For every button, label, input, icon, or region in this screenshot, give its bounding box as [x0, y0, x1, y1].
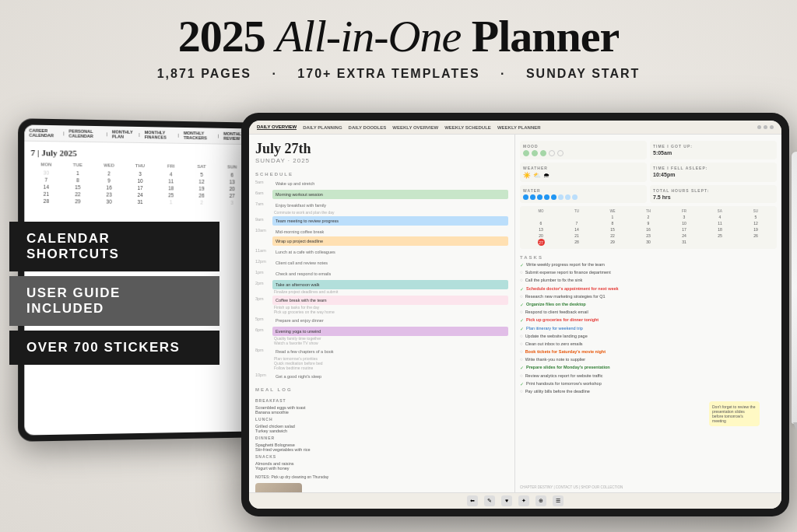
nav-dot-3	[770, 125, 774, 129]
cell: 28	[30, 198, 61, 204]
water-tracker: WATER	[520, 185, 647, 203]
mini-cell: 24	[666, 233, 702, 239]
snacks-content: Almonds and raisinsYogurt with honey	[255, 460, 508, 471]
cell: 1	[156, 199, 186, 205]
sched-time: 6pm	[255, 327, 269, 332]
nav-daily-doodles[interactable]: DAILY DOODLES	[349, 125, 387, 130]
sched-bar: Lunch at a cafe with colleagues	[272, 247, 508, 257]
water-drop-1	[523, 194, 528, 200]
cell: 12	[187, 179, 216, 184]
water-drop-4	[544, 194, 549, 200]
water-drop-5	[551, 194, 556, 200]
right-right-column: MOOD TIME I GOT UP: 5:05am	[515, 135, 781, 492]
mini-cell: 5	[738, 214, 774, 220]
bottom-nav-icon-4[interactable]: ✦	[518, 495, 529, 506]
sched-time: 10pm	[255, 372, 269, 377]
sched-item-12pm: 12pm Client call and review notes	[255, 258, 508, 268]
nav-weekly-schedule[interactable]: WEEKLY SCHEDULE	[444, 125, 491, 130]
cell: 30	[93, 198, 124, 204]
bottom-nav-icon-5[interactable]: ⊕	[535, 495, 546, 506]
task-text-11: Clean out inbox to zero emails	[525, 341, 777, 348]
nav-weekly-planner[interactable]: WEEKLY PLANNER	[497, 125, 541, 130]
cell: 14	[30, 184, 61, 190]
breakfast-label-text: BREAKFAST	[255, 398, 286, 403]
task-check-8: ✓	[520, 317, 524, 323]
task-check-11: ○	[520, 341, 523, 346]
day-label-fri: FRI	[156, 163, 186, 168]
sched-bar: Evening yoga to unwind	[272, 327, 508, 336]
sched-item-5pm: 5pm Prepare and enjoy dinner	[255, 316, 508, 325]
mini-cell: 29	[595, 239, 630, 246]
bottom-nav-icon-6[interactable]: ☰	[553, 495, 564, 506]
cell: 29	[62, 198, 93, 204]
cloud-icon: ⛅	[533, 172, 541, 179]
right-left-column: July 27th SUNDAY · 2025 SCHEDULE 5am Wak…	[249, 135, 515, 492]
weather-label: WEATHER	[523, 166, 644, 170]
mini-cell: 25	[702, 233, 738, 239]
cell: 24	[125, 192, 156, 198]
nav-daily-planning[interactable]: DAILY PLANNING	[303, 125, 342, 130]
badge-stickers: OVER 700 STICKERS	[9, 331, 219, 365]
right-col-footer: CHAPTER DESTINY | CONTACT US | SHOP OUR …	[520, 482, 777, 492]
task-item-14: ✓ Prepare slides for Monday's presentati…	[520, 365, 777, 371]
mini-cell	[702, 239, 738, 246]
sched-item-3pm: 3pm Coffee break with the team Finish up…	[255, 296, 508, 314]
cell: 9	[93, 177, 124, 183]
bottom-nav-icon-2[interactable]: ✎	[484, 495, 495, 506]
year: 2025	[178, 11, 265, 61]
nav-dot-2	[764, 125, 767, 129]
nav-daily-overview[interactable]: DAILY OVERVIEW	[257, 124, 297, 130]
water-circles	[523, 194, 644, 200]
mood-circle-4	[549, 150, 555, 156]
sched-item-5am: 5am Wake up and stretch	[255, 179, 508, 188]
nav-finances: MONTHLY FINANCES	[145, 130, 174, 140]
start-label: SUNDAY START	[526, 67, 640, 80]
sched-time: 2pm	[255, 280, 269, 285]
sched-bar: Team meeting to review progress	[272, 216, 508, 226]
bottom-nav-icon-3[interactable]: ♥	[501, 495, 512, 506]
task-text-13: Write thank-you note to supplier	[525, 357, 777, 363]
total-sleep-label: TOTAL HOURS SLEPT:	[653, 188, 774, 193]
cell: 15	[62, 184, 93, 190]
nav-trackers: MONTHLY TRACKERS	[184, 131, 213, 141]
right-content-grid: July 27th SUNDAY · 2025 SCHEDULE 5am Wak…	[249, 135, 781, 492]
mini-cell: 12	[738, 220, 774, 226]
mini-cal-dh-tu: TU	[559, 209, 595, 213]
sched-content: Client call and review notes	[272, 258, 508, 268]
task-item-13: ○ Write thank-you note to supplier	[520, 357, 777, 363]
nav-weekly-overview[interactable]: WEEKLY OVERVIEW	[392, 125, 438, 130]
cell: 2	[93, 170, 124, 176]
sched-time: 3pm	[255, 296, 269, 301]
mini-cell: 13	[523, 226, 559, 233]
task-text-10: Update the website landing page	[525, 334, 777, 340]
mini-cell: 6	[523, 220, 559, 226]
sched-sub: Pick up groceries on the way home	[272, 310, 508, 314]
water-drop-3	[537, 194, 542, 200]
cell: 18	[156, 185, 186, 191]
mini-cell: 19	[738, 226, 774, 233]
sched-item-10pm: 10pm Get a good night's sleep	[255, 372, 508, 381]
task-text-1: Write weekly progress report for the tea…	[526, 262, 777, 268]
mini-cal-dh-sa: SA	[702, 209, 738, 213]
nav-monthly: MONTHLY PLAN	[112, 129, 134, 138]
meal-log-label: MEAL LOG	[255, 387, 508, 392]
sched-time: 11am	[255, 247, 269, 253]
sched-content: Coffee break with the team Finish up tas…	[272, 296, 508, 314]
sched-bar: Wrap up project deadline	[272, 236, 508, 246]
sticky-note-text: Don't forget to review the presentation …	[712, 404, 757, 423]
mini-cell: 14	[559, 226, 595, 233]
mini-cal-dh-we: WE	[595, 209, 630, 213]
mini-cell	[559, 214, 595, 220]
dinner-label: DINNER	[255, 435, 508, 441]
pen-tip	[793, 422, 797, 430]
mini-cell: 2	[630, 214, 666, 220]
main-title: 2025 All-in-One Planner	[0, 14, 797, 59]
task-item-11: ○ Clean out inbox to zero emails	[520, 341, 777, 348]
bottom-nav-icon-1[interactable]: ⬅	[467, 495, 478, 506]
sched-sub: Watch a favorite TV show	[272, 341, 508, 345]
sched-bar: Wake up and stretch	[272, 179, 508, 188]
water-drop-7	[565, 194, 571, 200]
sched-item-6pm: 6pm Evening yoga to unwind Quality famil…	[255, 327, 508, 345]
mini-cal-header: MO TU WE TH FR SA SU	[523, 209, 774, 213]
water-label: WATER	[523, 188, 644, 193]
